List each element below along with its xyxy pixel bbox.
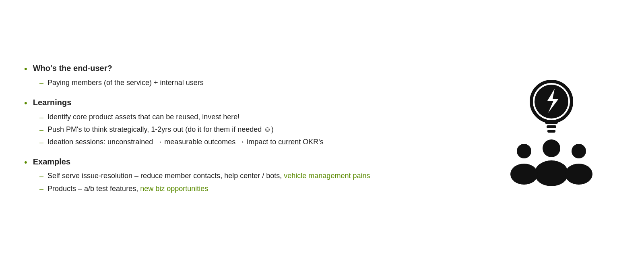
sub-dash-icon: – [39,184,43,194]
svg-point-8 [517,144,531,158]
bullet-title-learnings: Learnings [33,97,72,108]
svg-point-1 [535,85,568,118]
green-text-biz: new biz opportunities [140,185,208,193]
sub-bullet-end-user-1: – Paying members (of the service) + inte… [39,77,459,88]
section-learnings: • Learnings – Identify core product asse… [24,97,459,148]
sub-text-examples-1: Self serve issue-resolution – reduce mem… [47,170,370,181]
sub-dash-icon: – [39,78,43,88]
sub-text-learnings-2: Push PM's to think strategically, 1-2yrs… [47,124,274,135]
green-text-vehicle: vehicle management pains [284,172,370,180]
sub-dash-icon: – [39,112,43,123]
sub-text-end-user-1: Paying members (of the service) + intern… [47,77,204,88]
sub-bullets-end-user: – Paying members (of the service) + inte… [39,77,459,88]
section-end-user: • Who's the end-user? – Paying members (… [24,63,459,88]
bullet-dot-1: • [24,63,27,75]
bullet-title-examples: Examples [33,156,70,167]
team-lightbulb-icon [495,77,608,189]
svg-point-6 [543,139,560,157]
section-examples: • Examples – Self serve issue-resolution… [24,156,459,194]
slide-container: • Who's the end-user? – Paying members (… [0,0,644,266]
svg-point-7 [535,160,568,186]
bullet-main-examples: • Examples [24,156,459,168]
bullet-title-end-user: Who's the end-user? [33,63,112,73]
sub-bullet-learnings-3: – Ideation sessions: unconstrained → mea… [39,137,459,148]
sub-dash-icon: – [39,137,43,148]
svg-rect-4 [547,125,556,128]
underline-current: current [278,138,301,146]
svg-point-10 [572,144,586,158]
sub-text-learnings-3: Ideation sessions: unconstrained → measu… [47,137,324,147]
bullet-dot-2: • [24,98,27,109]
sub-dash-icon: – [39,171,43,181]
sub-bullet-examples-1: – Self serve issue-resolution – reduce m… [39,170,459,181]
sub-bullet-examples-2: – Products – a/b test features, new biz … [39,183,459,194]
sub-bullets-learnings: – Identify core product assets that can … [39,112,459,148]
svg-rect-5 [547,130,555,133]
bullet-main-end-user: • Who's the end-user? [24,63,459,75]
sub-bullet-learnings-1: – Identify core product assets that can … [39,112,459,123]
sub-bullet-learnings-2: – Push PM's to think strategically, 1-2y… [39,124,459,135]
illustration-area [483,77,620,189]
bullet-main-learnings: • Learnings [24,97,459,109]
sub-bullets-examples: – Self serve issue-resolution – reduce m… [39,170,459,194]
bullet-dot-3: • [24,157,27,168]
content-left: • Who's the end-user? – Paying members (… [24,63,483,203]
sub-text-examples-2: Products – a/b test features, new biz op… [47,183,208,194]
sub-dash-icon: – [39,125,43,135]
sub-text-learnings-1: Identify core product assets that can be… [47,112,239,122]
svg-rect-3 [545,121,558,124]
svg-point-9 [510,164,538,185]
svg-point-11 [565,164,592,185]
